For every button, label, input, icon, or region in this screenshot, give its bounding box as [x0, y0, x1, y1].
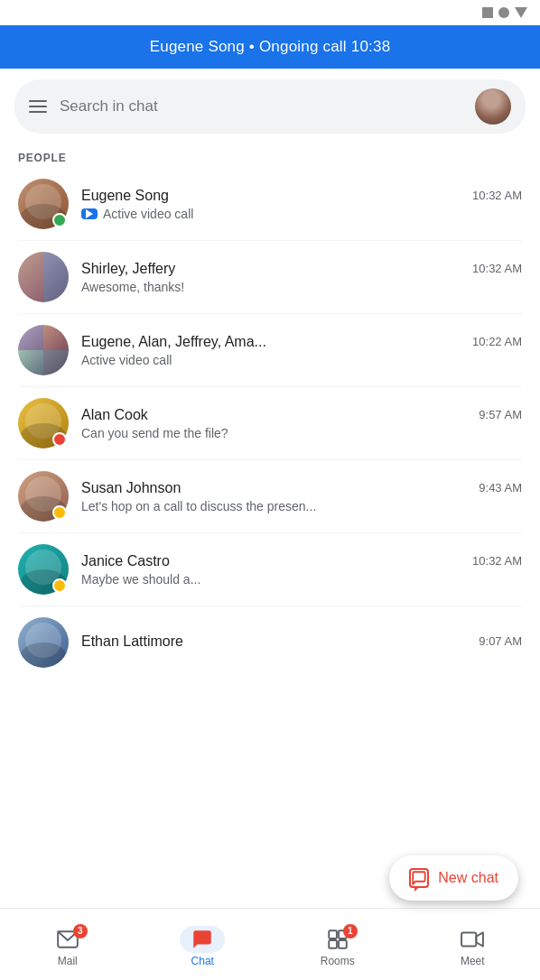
- nav-item-rooms[interactable]: 1 Rooms: [270, 922, 405, 967]
- chat-time: 10:32 AM: [472, 189, 522, 202]
- person-avatar: [18, 617, 69, 668]
- chat-preview: Let's hop on a call to discuss the prese…: [81, 499, 522, 513]
- chat-content: Alan Cook 9:57 AM Can you send me the fi…: [81, 407, 522, 440]
- chat-name: Alan Cook: [81, 407, 148, 423]
- chat-content: Eugene, Alan, Jeffrey, Ama... 10:22 AM A…: [81, 334, 522, 367]
- avatar-wrap: [18, 252, 69, 302]
- battery-icon: [515, 7, 527, 18]
- signal-icon: [482, 7, 493, 18]
- chat-time: 10:32 AM: [472, 554, 522, 568]
- status-dot-online: [52, 213, 67, 227]
- svg-rect-3: [329, 940, 337, 948]
- svg-rect-5: [461, 932, 476, 946]
- chat-preview-text: Active video call: [103, 207, 193, 221]
- search-input[interactable]: [60, 97, 462, 116]
- new-chat-label: New chat: [438, 870, 498, 886]
- menu-icon[interactable]: [29, 100, 47, 113]
- chat-time: 9:07 AM: [479, 634, 522, 648]
- chat-time: 9:43 AM: [479, 481, 522, 495]
- avatar-wrap: [18, 179, 69, 229]
- svg-rect-4: [339, 940, 347, 948]
- chat-time: 9:57 AM: [479, 408, 522, 421]
- new-chat-fab[interactable]: New chat: [389, 855, 518, 901]
- chat-preview-text: Maybe we should a...: [81, 572, 200, 587]
- chat-item[interactable]: Eugene Song 10:32 AM Active video call: [0, 168, 540, 240]
- nav-item-meet[interactable]: Meet: [405, 922, 541, 967]
- chat-item[interactable]: Janice Castro 10:32 AM Maybe we should a…: [0, 533, 540, 606]
- user-avatar[interactable]: [475, 88, 511, 125]
- chat-name: Ethan Lattimore: [81, 633, 183, 650]
- status-bar: [0, 0, 540, 25]
- nav-label-meet: Meet: [461, 955, 485, 967]
- chat-preview: Can you send me the file?: [81, 426, 522, 440]
- chat-top: Eugene, Alan, Jeffrey, Ama... 10:22 AM: [81, 334, 522, 350]
- chat-preview: Awesome, thanks!: [81, 280, 522, 294]
- wifi-icon: [498, 7, 509, 18]
- chat-item[interactable]: Susan Johnson 9:43 AM Let's hop on a cal…: [0, 460, 540, 532]
- chat-top: Shirley, Jeffery 10:32 AM: [81, 261, 522, 277]
- chat-top: Eugene Song 10:32 AM: [81, 188, 522, 204]
- avatar-wrap: [18, 471, 69, 522]
- nav-badge-mail: 3: [73, 924, 88, 938]
- face: [18, 617, 69, 668]
- chat-top: Ethan Lattimore 9:07 AM: [81, 633, 522, 650]
- status-dot-away: [52, 505, 67, 520]
- nav-icon-wrap-chat: [186, 928, 219, 951]
- chat-top: Alan Cook 9:57 AM: [81, 407, 522, 423]
- new-chat-button[interactable]: New chat: [389, 855, 518, 901]
- chat-name: Janice Castro: [81, 553, 170, 569]
- chat-name: Shirley, Jeffery: [81, 261, 175, 277]
- dual-avatar: [18, 252, 69, 302]
- call-banner-text: Eugene Song • Ongoing call 10:38: [150, 38, 391, 55]
- chat-preview: Active video call: [81, 353, 522, 367]
- chat-preview-text: Active video call: [81, 353, 172, 367]
- chat-preview-text: Can you send me the file?: [81, 426, 228, 440]
- nav-icon-wrap-mail: 3: [51, 928, 84, 951]
- nav-label-rooms: Rooms: [321, 955, 355, 967]
- chat-item[interactable]: Shirley, Jeffery 10:32 AM Awesome, thank…: [0, 241, 540, 313]
- nav-label-mail: Mail: [58, 955, 78, 967]
- chat-item[interactable]: Alan Cook 9:57 AM Can you send me the fi…: [0, 387, 540, 459]
- video-call-badge: [81, 208, 98, 219]
- search-bar-wrapper: [0, 69, 540, 144]
- user-avatar-image: [475, 88, 511, 125]
- chat-name: Susan Johnson: [81, 480, 181, 496]
- avatar-wrap: [18, 325, 69, 375]
- nav-label-chat: Chat: [191, 955, 214, 967]
- nav-item-chat[interactable]: Chat: [135, 922, 271, 967]
- chat-preview-text: Awesome, thanks!: [81, 280, 184, 294]
- people-section-header: PEOPLE: [0, 144, 540, 168]
- chat-top: Susan Johnson 9:43 AM: [81, 480, 522, 496]
- nav-badge-rooms: 1: [343, 924, 358, 938]
- call-banner[interactable]: Eugene Song • Ongoing call 10:38: [0, 25, 540, 69]
- avatar-wrap: [18, 617, 69, 668]
- chat-list: Eugene Song 10:32 AM Active video call S…: [0, 168, 540, 679]
- bottom-nav: 3 Mail Chat 1 Rooms Meet: [0, 908, 540, 980]
- status-dot-busy: [52, 432, 67, 447]
- status-icons: [482, 7, 527, 18]
- chat-item[interactable]: Ethan Lattimore 9:07 AM: [0, 606, 540, 679]
- chat-preview-text: Let's hop on a call to discuss the prese…: [81, 499, 316, 513]
- chat-content: Susan Johnson 9:43 AM Let's hop on a cal…: [81, 480, 522, 513]
- status-dot-away: [52, 578, 67, 593]
- chat-preview: Maybe we should a...: [81, 572, 522, 587]
- chat-content: Eugene Song 10:32 AM Active video call: [81, 188, 522, 221]
- chat-content: Ethan Lattimore 9:07 AM: [81, 633, 522, 652]
- svg-marker-6: [477, 932, 484, 946]
- nav-icon-wrap-meet: [456, 928, 489, 951]
- chat-content: Janice Castro 10:32 AM Maybe we should a…: [81, 553, 522, 587]
- chat-content: Shirley, Jeffery 10:32 AM Awesome, thank…: [81, 261, 522, 294]
- chat-preview: Active video call: [81, 207, 522, 221]
- chat-item[interactable]: Eugene, Alan, Jeffrey, Ama... 10:22 AM A…: [0, 314, 540, 386]
- chat-name: Eugene, Alan, Jeffrey, Ama...: [81, 334, 266, 350]
- svg-rect-1: [329, 930, 337, 938]
- chat-time: 10:32 AM: [472, 262, 522, 275]
- chat-time: 10:22 AM: [472, 335, 522, 348]
- chat-active-pill: [180, 926, 225, 953]
- nav-icon-wrap-rooms: 1: [321, 928, 354, 951]
- search-bar[interactable]: [14, 79, 526, 134]
- group-avatar: [18, 325, 69, 375]
- new-chat-icon: [409, 868, 429, 888]
- avatar-wrap: [18, 544, 69, 595]
- nav-item-mail[interactable]: 3 Mail: [0, 922, 135, 967]
